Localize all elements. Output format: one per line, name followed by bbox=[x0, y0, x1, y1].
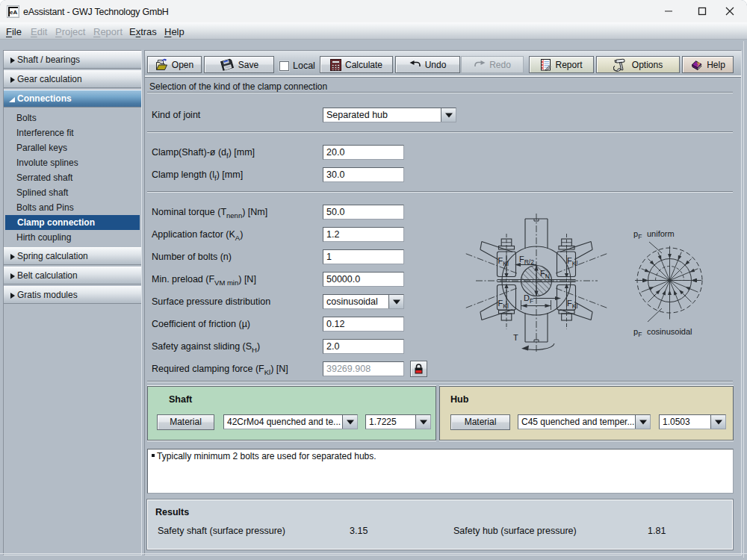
svg-text:T: T bbox=[513, 333, 518, 342]
svg-text:FKl: FKl bbox=[498, 299, 509, 310]
svg-text:FKl: FKl bbox=[567, 299, 577, 310]
svg-text:cosinusoidal: cosinusoidal bbox=[647, 327, 692, 336]
svg-text:FKl: FKl bbox=[498, 256, 509, 267]
svg-text:uniform: uniform bbox=[647, 229, 675, 238]
svg-text:pF: pF bbox=[633, 229, 642, 240]
svg-text:FR/2: FR/2 bbox=[519, 255, 534, 266]
svg-text:pF: pF bbox=[633, 327, 642, 338]
svg-text:FKl: FKl bbox=[567, 256, 577, 267]
